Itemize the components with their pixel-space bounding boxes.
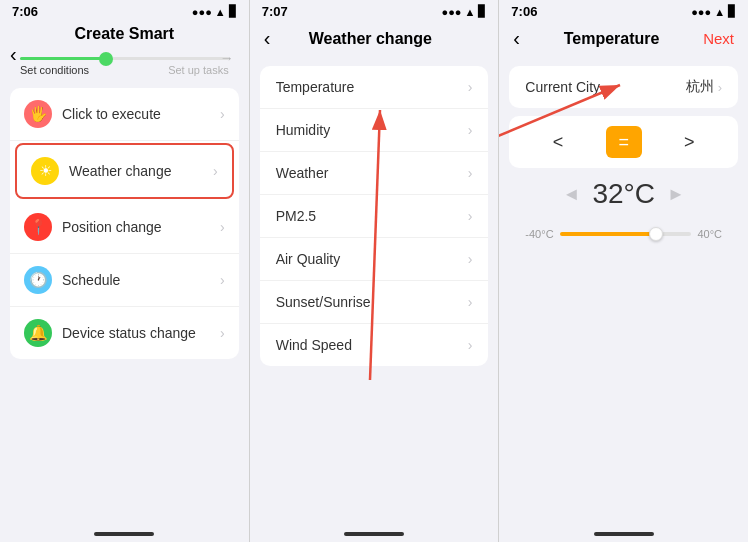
sunset-label: Sunset/Sunrise bbox=[276, 294, 371, 310]
equals-button[interactable]: = bbox=[606, 126, 642, 158]
temperature-display: ◄ 32°C ► bbox=[499, 168, 748, 220]
time-3: 7:06 bbox=[511, 4, 537, 19]
airquality-arrow: › bbox=[468, 251, 473, 267]
temperature-slider[interactable] bbox=[560, 232, 692, 236]
battery-icon-3: ▊ bbox=[728, 5, 736, 18]
device-arrow: › bbox=[220, 325, 225, 341]
humidity-arrow: › bbox=[468, 122, 473, 138]
home-indicator-3 bbox=[594, 532, 654, 536]
wifi-icon-3: ▲ bbox=[714, 6, 725, 18]
city-value: 杭州 bbox=[686, 78, 714, 96]
weather-label: Weather change bbox=[69, 163, 213, 179]
comparison-row: < = > bbox=[509, 116, 738, 168]
panel3-header: ‹ Temperature Next bbox=[499, 21, 748, 58]
execute-label: Click to execute bbox=[62, 106, 220, 122]
panel2-header: ‹ Weather change bbox=[250, 21, 499, 58]
home-indicator-1 bbox=[94, 532, 154, 536]
position-arrow: › bbox=[220, 219, 225, 235]
panel-temperature: 7:06 ●●● ▲ ▊ ‹ Temperature Next Current … bbox=[499, 0, 748, 542]
home-indicator-2 bbox=[344, 532, 404, 536]
weather-item-arrow: › bbox=[468, 165, 473, 181]
signal-icon-2: ●●● bbox=[442, 6, 462, 18]
battery-icon-2: ▊ bbox=[478, 5, 486, 18]
status-bar-1: 7:06 ●●● ▲ ▊ bbox=[0, 0, 249, 21]
temperature-slider-container: -40°C 40°C bbox=[509, 220, 738, 248]
position-icon: 📍 bbox=[24, 213, 52, 241]
weather-item-airquality[interactable]: Air Quality › bbox=[260, 238, 489, 281]
slider-min-label: -40°C bbox=[525, 228, 553, 240]
city-value-container: 杭州 › bbox=[686, 78, 722, 96]
slider-max-label: 40°C bbox=[697, 228, 722, 240]
progress-arrow: → bbox=[220, 50, 234, 66]
wifi-icon-1: ▲ bbox=[215, 6, 226, 18]
status-icons-1: ●●● ▲ ▊ bbox=[192, 5, 237, 18]
temperature-arrow: › bbox=[468, 79, 473, 95]
weather-label: Weather bbox=[276, 165, 329, 181]
position-label: Position change bbox=[62, 219, 220, 235]
temp-decrease-button[interactable]: ◄ bbox=[563, 184, 581, 205]
back-arrow-2[interactable]: ‹ bbox=[264, 27, 271, 50]
temperature-value: 32°C bbox=[592, 178, 655, 210]
greater-than-button[interactable]: > bbox=[671, 126, 707, 158]
pm25-label: PM2.5 bbox=[276, 208, 316, 224]
menu-item-schedule[interactable]: 🕐 Schedule › bbox=[10, 254, 239, 307]
status-icons-3: ●●● ▲ ▊ bbox=[691, 5, 736, 18]
current-city-label: Current City bbox=[525, 79, 600, 95]
panel1-title: Create Smart bbox=[75, 21, 175, 50]
humidity-label: Humidity bbox=[276, 122, 330, 138]
menu-item-weather[interactable]: ☀ Weather change › bbox=[15, 143, 234, 199]
temperature-label: Temperature bbox=[276, 79, 355, 95]
progress-step1: Set conditions bbox=[20, 64, 89, 76]
menu-list: 🖐 Click to execute › ☀ Weather change › … bbox=[10, 88, 239, 359]
slider-thumb[interactable] bbox=[649, 227, 663, 241]
sunset-arrow: › bbox=[468, 294, 473, 310]
weather-list: Temperature › Humidity › Weather › PM2.5… bbox=[260, 66, 489, 366]
weather-item-humidity[interactable]: Humidity › bbox=[260, 109, 489, 152]
less-than-button[interactable]: < bbox=[540, 126, 576, 158]
schedule-icon: 🕐 bbox=[24, 266, 52, 294]
city-chevron: › bbox=[718, 80, 722, 95]
signal-icon-1: ●●● bbox=[192, 6, 212, 18]
wind-label: Wind Speed bbox=[276, 337, 352, 353]
device-icon: 🔔 bbox=[24, 319, 52, 347]
schedule-label: Schedule bbox=[62, 272, 220, 288]
weather-arrow: › bbox=[213, 163, 218, 179]
menu-item-position[interactable]: 📍 Position change › bbox=[10, 201, 239, 254]
next-button[interactable]: Next bbox=[703, 30, 734, 47]
back-arrow-3[interactable]: ‹ bbox=[513, 27, 520, 50]
execute-icon: 🖐 bbox=[24, 100, 52, 128]
menu-item-device[interactable]: 🔔 Device status change › bbox=[10, 307, 239, 359]
signal-icon-3: ●●● bbox=[691, 6, 711, 18]
weather-item-weather[interactable]: Weather › bbox=[260, 152, 489, 195]
weather-item-sunset[interactable]: Sunset/Sunrise › bbox=[260, 281, 489, 324]
status-bar-3: 7:06 ●●● ▲ ▊ bbox=[499, 0, 748, 21]
battery-icon-1: ▊ bbox=[229, 5, 237, 18]
menu-item-execute[interactable]: 🖐 Click to execute › bbox=[10, 88, 239, 141]
airquality-label: Air Quality bbox=[276, 251, 341, 267]
panel-create-smart: 7:06 ●●● ▲ ▊ ‹ Create Smart → Set condit… bbox=[0, 0, 249, 542]
schedule-arrow: › bbox=[220, 272, 225, 288]
wifi-icon-2: ▲ bbox=[464, 6, 475, 18]
back-arrow-1[interactable]: ‹ bbox=[10, 43, 17, 66]
progress-bar: → Set conditions Set up tasks bbox=[0, 49, 249, 80]
time-2: 7:07 bbox=[262, 4, 288, 19]
status-icons-2: ●●● ▲ ▊ bbox=[442, 5, 487, 18]
temp-increase-button[interactable]: ► bbox=[667, 184, 685, 205]
panel3-title: Temperature bbox=[520, 30, 703, 48]
wind-arrow: › bbox=[468, 337, 473, 353]
panel2-title: Weather change bbox=[270, 30, 470, 48]
weather-item-temperature[interactable]: Temperature › bbox=[260, 66, 489, 109]
execute-arrow: › bbox=[220, 106, 225, 122]
weather-item-wind[interactable]: Wind Speed › bbox=[260, 324, 489, 366]
device-label: Device status change bbox=[62, 325, 220, 341]
panel-weather-change: 7:07 ●●● ▲ ▊ ‹ Weather change Temperatur… bbox=[250, 0, 499, 542]
pm25-arrow: › bbox=[468, 208, 473, 224]
weather-icon: ☀ bbox=[31, 157, 59, 185]
status-bar-2: 7:07 ●●● ▲ ▊ bbox=[250, 0, 499, 21]
weather-item-pm25[interactable]: PM2.5 › bbox=[260, 195, 489, 238]
time-1: 7:06 bbox=[12, 4, 38, 19]
city-row[interactable]: Current City 杭州 › bbox=[509, 66, 738, 108]
